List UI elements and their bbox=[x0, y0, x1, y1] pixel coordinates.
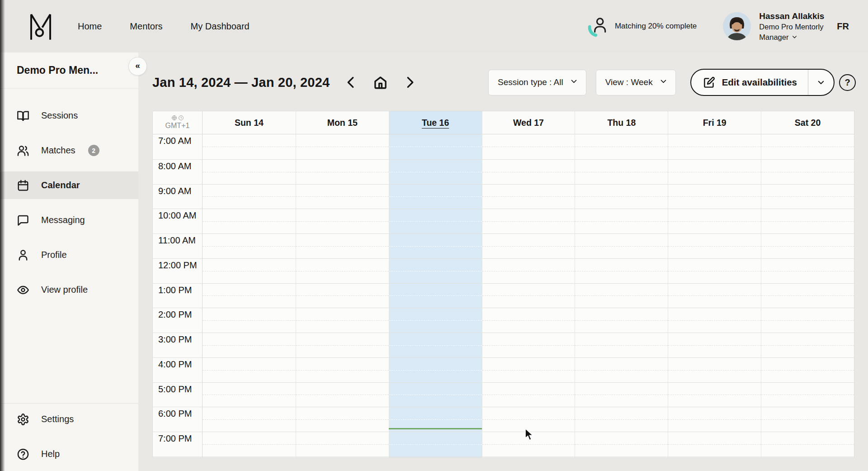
calendar-cell-sat-20-9-00-am[interactable] bbox=[761, 184, 854, 209]
calendar-cell-tue-16-2-00-pm[interactable] bbox=[389, 308, 482, 333]
sidebar-item-profile[interactable]: Profile bbox=[0, 241, 138, 269]
calendar-cell-mon-15-overflow[interactable] bbox=[296, 457, 389, 458]
calendar-cell-wed-17-10-00-am[interactable] bbox=[482, 209, 575, 233]
calendar-cell-mon-15-2-00-pm[interactable] bbox=[296, 308, 389, 333]
user-menu[interactable]: Hassan Allakkis Demo Pro Mentorly Manage… bbox=[723, 11, 824, 42]
sidebar-item-matches[interactable]: Matches2 bbox=[0, 137, 138, 164]
calendar-cell-fri-19-overflow[interactable] bbox=[668, 457, 761, 458]
calendar-cell-mon-15-3-00-pm[interactable] bbox=[296, 333, 389, 357]
matching-progress[interactable]: Matching 20% complete bbox=[587, 15, 697, 37]
calendar-cell-fri-19-4-00-pm[interactable] bbox=[668, 357, 761, 382]
calendar-cell-fri-19-5-00-pm[interactable] bbox=[668, 382, 761, 407]
day-header-mon-15[interactable]: Mon 15 bbox=[296, 111, 389, 134]
user-role-dropdown[interactable]: Manager bbox=[759, 33, 824, 42]
calendar-cell-tue-16-1-00-pm[interactable] bbox=[389, 283, 482, 308]
calendar-cell-sun-14-2-00-pm[interactable] bbox=[203, 308, 296, 333]
calendar-cell-wed-17-7-00-am[interactable] bbox=[482, 134, 575, 159]
calendar-cell-sun-14-4-00-pm[interactable] bbox=[203, 357, 296, 382]
calendar-cell-wed-17-8-00-am[interactable] bbox=[482, 159, 575, 184]
calendar-cell-mon-15-6-00-pm[interactable] bbox=[296, 407, 389, 432]
calendar-cell-wed-17-12-00-pm[interactable] bbox=[482, 258, 575, 283]
calendar-cell-fri-19-1-00-pm[interactable] bbox=[668, 283, 761, 308]
calendar-cell-thu-18-3-00-pm[interactable] bbox=[575, 333, 668, 357]
calendar-cell-fri-19-6-00-pm[interactable] bbox=[668, 407, 761, 432]
nav-link-mentors[interactable]: Mentors bbox=[130, 21, 162, 32]
calendar-cell-tue-16-10-00-am[interactable] bbox=[389, 209, 482, 233]
calendar-cell-thu-18-10-00-am[interactable] bbox=[575, 209, 668, 233]
calendar-cell-mon-15-8-00-am[interactable] bbox=[296, 159, 389, 184]
calendar-cell-mon-15-5-00-pm[interactable] bbox=[296, 382, 389, 407]
calendar-cell-thu-18-12-00-pm[interactable] bbox=[575, 258, 668, 283]
edit-availabilities-dropdown[interactable] bbox=[808, 70, 834, 95]
calendar-cell-thu-18-1-00-pm[interactable] bbox=[575, 283, 668, 308]
day-header-wed-17[interactable]: Wed 17 bbox=[482, 111, 575, 134]
calendar-cell-sun-14-5-00-pm[interactable] bbox=[203, 382, 296, 407]
calendar-cell-mon-15-11-00-am[interactable] bbox=[296, 233, 389, 258]
calendar-cell-fri-19-7-00-pm[interactable] bbox=[668, 432, 761, 457]
day-header-sat-20[interactable]: Sat 20 bbox=[761, 111, 854, 134]
calendar-cell-fri-19-7-00-am[interactable] bbox=[668, 134, 761, 159]
calendar-cell-thu-18-overflow[interactable] bbox=[575, 457, 668, 458]
calendar-cell-tue-16-7-00-am[interactable] bbox=[389, 134, 482, 159]
calendar-cell-thu-18-11-00-am[interactable] bbox=[575, 233, 668, 258]
calendar-cell-sat-20-11-00-am[interactable] bbox=[761, 233, 854, 258]
calendar-cell-sat-20-7-00-pm[interactable] bbox=[761, 432, 854, 457]
calendar-cell-tue-16-11-00-am[interactable] bbox=[389, 233, 482, 258]
calendar-cell-wed-17-1-00-pm[interactable] bbox=[482, 283, 575, 308]
calendar-cell-sat-20-2-00-pm[interactable] bbox=[761, 308, 854, 333]
calendar-cell-sun-14-10-00-am[interactable] bbox=[203, 209, 296, 233]
calendar-cell-thu-18-4-00-pm[interactable] bbox=[575, 357, 668, 382]
sidebar-item-help[interactable]: Help bbox=[0, 440, 138, 468]
calendar-cell-fri-19-10-00-am[interactable] bbox=[668, 209, 761, 233]
calendar-cell-mon-15-1-00-pm[interactable] bbox=[296, 283, 389, 308]
sidebar-item-sessions[interactable]: Sessions bbox=[0, 102, 138, 129]
calendar-cell-sat-20-6-00-pm[interactable] bbox=[761, 407, 854, 432]
day-header-thu-18[interactable]: Thu 18 bbox=[575, 111, 668, 134]
calendar-cell-tue-16-4-00-pm[interactable] bbox=[389, 357, 482, 382]
calendar-cell-mon-15-10-00-am[interactable] bbox=[296, 209, 389, 233]
calendar-cell-sun-14-3-00-pm[interactable] bbox=[203, 333, 296, 357]
calendar-cell-thu-18-9-00-am[interactable] bbox=[575, 184, 668, 209]
calendar-cell-fri-19-3-00-pm[interactable] bbox=[668, 333, 761, 357]
calendar-cell-wed-17-5-00-pm[interactable] bbox=[482, 382, 575, 407]
calendar-cell-wed-17-3-00-pm[interactable] bbox=[482, 333, 575, 357]
calendar-cell-sun-14-7-00-pm[interactable] bbox=[203, 432, 296, 457]
calendar-cell-sun-14-1-00-pm[interactable] bbox=[203, 283, 296, 308]
sidebar-item-calendar[interactable]: Calendar bbox=[0, 171, 138, 199]
calendar-cell-thu-18-2-00-pm[interactable] bbox=[575, 308, 668, 333]
calendar-cell-thu-18-5-00-pm[interactable] bbox=[575, 382, 668, 407]
help-icon[interactable]: ? bbox=[839, 74, 856, 91]
calendar-cell-fri-19-11-00-am[interactable] bbox=[668, 233, 761, 258]
calendar-cell-sun-14-6-00-pm[interactable] bbox=[203, 407, 296, 432]
calendar-cell-tue-16-overflow[interactable] bbox=[389, 457, 482, 458]
calendar-cell-wed-17-7-00-pm[interactable] bbox=[482, 432, 575, 457]
calendar-cell-fri-19-8-00-am[interactable] bbox=[668, 159, 761, 184]
edit-availabilities-button[interactable]: Edit availabilities bbox=[690, 69, 835, 96]
calendar-cell-sat-20-12-00-pm[interactable] bbox=[761, 258, 854, 283]
calendar-cell-tue-16-9-00-am[interactable] bbox=[389, 184, 482, 209]
sidebar-item-messaging[interactable]: Messaging bbox=[0, 206, 138, 234]
calendar-cell-wed-17-2-00-pm[interactable] bbox=[482, 308, 575, 333]
nav-link-home[interactable]: Home bbox=[78, 21, 102, 32]
calendar-cell-sat-20-overflow[interactable] bbox=[761, 457, 854, 458]
calendar-cell-sat-20-4-00-pm[interactable] bbox=[761, 357, 854, 382]
calendar-cell-fri-19-12-00-pm[interactable] bbox=[668, 258, 761, 283]
day-header-tue-16[interactable]: Tue 16 bbox=[389, 111, 482, 134]
calendar-cell-tue-16-3-00-pm[interactable] bbox=[389, 333, 482, 357]
calendar-cell-mon-15-12-00-pm[interactable] bbox=[296, 258, 389, 283]
calendar-cell-mon-15-7-00-pm[interactable] bbox=[296, 432, 389, 457]
home-icon[interactable] bbox=[373, 76, 387, 90]
calendar-cell-tue-16-8-00-am[interactable] bbox=[389, 159, 482, 184]
sidebar-item-view-profile[interactable]: View profile bbox=[0, 276, 138, 304]
calendar-cell-mon-15-7-00-am[interactable] bbox=[296, 134, 389, 159]
calendar-cell-wed-17-overflow[interactable] bbox=[482, 457, 575, 458]
calendar-cell-thu-18-7-00-pm[interactable] bbox=[575, 432, 668, 457]
calendar-cell-sun-14-11-00-am[interactable] bbox=[203, 233, 296, 258]
calendar-cell-wed-17-4-00-pm[interactable] bbox=[482, 357, 575, 382]
calendar-cell-mon-15-9-00-am[interactable] bbox=[296, 184, 389, 209]
calendar-cell-sun-14-8-00-am[interactable] bbox=[203, 159, 296, 184]
calendar-cell-sat-20-3-00-pm[interactable] bbox=[761, 333, 854, 357]
calendar-cell-wed-17-11-00-am[interactable] bbox=[482, 233, 575, 258]
language-switcher[interactable]: FR bbox=[837, 21, 849, 32]
mentorly-logo[interactable] bbox=[28, 11, 53, 41]
